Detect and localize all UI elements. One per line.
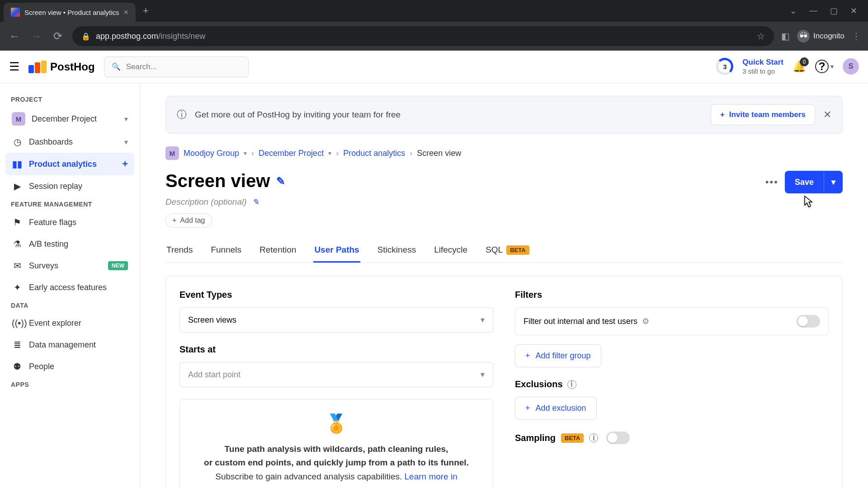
info-icon[interactable]: i	[567, 380, 576, 389]
project-badge: M	[12, 112, 25, 126]
sidebar-item-people[interactable]: ⚉People	[5, 356, 134, 377]
chrome-menu-icon[interactable]: ⋮	[852, 31, 861, 42]
browser-chrome: Screen view • Product analytics × + ⌄ — …	[0, 0, 868, 51]
reload-button[interactable]: ⟳	[51, 30, 65, 42]
edit-icon[interactable]: ✎	[276, 175, 285, 188]
logo-text: PostHog	[50, 61, 95, 73]
chevron-down-icon[interactable]: ▾	[824, 171, 843, 193]
insight-tabs: TrendsFunnelsRetentionUser PathsStickine…	[165, 239, 843, 263]
sidebar-item-icon: ⚑	[12, 217, 23, 228]
search-box[interactable]: 🔍	[104, 56, 249, 77]
breadcrumb-current: Screen view	[417, 149, 461, 158]
sidebar-item-surveys[interactable]: ✉SurveysNEW	[5, 255, 134, 277]
description-field[interactable]: Description (optional) ✎	[165, 197, 843, 207]
add-tag-button[interactable]: + Add tag	[165, 213, 212, 228]
invite-team-button[interactable]: + Invite team members	[711, 104, 815, 125]
hamburger-icon[interactable]: ☰	[9, 60, 19, 74]
sidebar-item-a-b-testing[interactable]: ⚗A/B testing	[5, 233, 134, 255]
sidebar-item-label: Feature flags	[29, 218, 76, 227]
sidebar-section-project: PROJECT	[5, 92, 134, 107]
address-bar-row: ← → ⟳ 🔒 app.posthog.com/insights/new ☆ ◧…	[0, 22, 868, 51]
tab-sql[interactable]: SQLBETA	[485, 239, 530, 263]
sidebar-item-session-replay[interactable]: ▶Session replay	[5, 175, 134, 197]
tab-lifecycle[interactable]: Lifecycle	[433, 239, 468, 263]
back-button[interactable]: ←	[7, 30, 22, 42]
incognito-indicator: 🕶 Incognito	[797, 30, 844, 42]
filters-label: Filters	[515, 290, 829, 300]
add-filter-group-button[interactable]: + Add filter group	[515, 344, 601, 367]
sidebar-item-label: Dashboards	[29, 137, 73, 147]
breadcrumb-project[interactable]: December Project	[259, 149, 324, 158]
learn-more-link[interactable]: Learn more in	[405, 472, 458, 481]
extensions-icon[interactable]: ◧	[781, 31, 790, 42]
incognito-icon: 🕶	[797, 30, 810, 42]
new-tab-button[interactable]: +	[143, 5, 149, 17]
close-icon[interactable]: ✕	[823, 109, 831, 121]
star-icon[interactable]: ☆	[757, 31, 765, 42]
logo[interactable]: PostHog	[28, 61, 95, 73]
sidebar-item-data-management[interactable]: ≣Data management	[5, 334, 134, 356]
sidebar-item-icon: ((•))	[12, 318, 23, 328]
sidebar-item-label: Surveys	[29, 261, 58, 271]
sampling-row: Sampling BETA i	[515, 432, 829, 444]
gear-icon[interactable]: ⚙	[642, 316, 649, 326]
tab-stickiness[interactable]: Stickiness	[377, 239, 417, 263]
tab-retention[interactable]: Retention	[259, 239, 297, 263]
chevron-down-icon[interactable]: ⌄	[790, 6, 797, 16]
more-button[interactable]: •••	[765, 176, 778, 188]
maximize-icon[interactable]: ▢	[830, 6, 838, 16]
sidebar-item-label: Data management	[29, 340, 96, 350]
sidebar-trail-icon[interactable]: +	[122, 158, 128, 170]
browser-tab[interactable]: Screen view • Product analytics ×	[4, 3, 136, 22]
chevron-down-icon[interactable]: ▾	[328, 150, 331, 157]
breadcrumb-section[interactable]: Product analytics	[343, 149, 405, 158]
sampling-toggle[interactable]	[606, 432, 630, 444]
sidebar-project-selector[interactable]: M December Project ▾	[5, 107, 134, 131]
sidebar-item-label: A/B testing	[29, 239, 68, 249]
quick-start[interactable]: Quick Start 3 still to go	[742, 58, 783, 75]
sidebar-item-product-analytics[interactable]: ▮▮Product analytics+	[5, 153, 134, 175]
event-types-select[interactable]: Screen views ▾	[179, 307, 493, 333]
avatar[interactable]: S	[843, 58, 859, 75]
tab-user-paths[interactable]: User Paths	[313, 239, 360, 263]
sidebar-item-feature-flags[interactable]: ⚑Feature flags	[5, 211, 134, 233]
config-panel: Event Types Screen views ▾ Starts at Add…	[165, 276, 843, 488]
save-button[interactable]: Save ▾	[785, 171, 843, 193]
progress-ring[interactable]: 3	[716, 58, 733, 75]
notifications-button[interactable]: 🔔 0	[793, 60, 806, 73]
event-types-label: Event Types	[179, 290, 493, 300]
sidebar-item-dashboards[interactable]: ◷Dashboards▾	[5, 131, 134, 153]
sidebar-item-label: Early access features	[29, 283, 107, 292]
close-window-icon[interactable]: ✕	[850, 6, 857, 16]
breadcrumb-org[interactable]: Moodjoy Group	[184, 149, 239, 158]
content: ⓘ Get more out of PostHog by inviting yo…	[140, 83, 868, 488]
sidebar-section-apps: APPS	[5, 377, 134, 392]
tab-funnels[interactable]: Funnels	[210, 239, 242, 263]
add-exclusion-button[interactable]: + Add exclusion	[515, 397, 597, 420]
address-bar[interactable]: 🔒 app.posthog.com/insights/new ☆	[72, 26, 774, 46]
help-button[interactable]: ?	[815, 60, 829, 73]
chevron-down-icon[interactable]: ▾	[244, 150, 247, 157]
close-icon[interactable]: ×	[124, 8, 129, 17]
sidebar-item-icon: ✦	[12, 282, 23, 293]
forward-button[interactable]: →	[29, 30, 43, 42]
info-icon[interactable]: i	[589, 433, 598, 442]
info-icon: ⓘ	[177, 108, 187, 122]
edit-icon[interactable]: ✎	[252, 197, 259, 207]
search-input[interactable]	[126, 62, 241, 71]
chevron-down-icon[interactable]: ▾	[830, 63, 834, 70]
url: app.posthog.com/insights/new	[96, 32, 205, 41]
sidebar-item-early-access-features[interactable]: ✦Early access features	[5, 277, 134, 298]
sidebar-project-name: December Project	[32, 114, 97, 124]
beta-badge: BETA	[506, 245, 529, 255]
starts-at-select[interactable]: Add start point ▾	[179, 362, 493, 387]
beta-badge: BETA	[561, 433, 584, 443]
tab-bar: Screen view • Product analytics × + ⌄ — …	[0, 0, 868, 22]
minimize-icon[interactable]: —	[809, 6, 817, 16]
medal-icon: 🏅	[195, 413, 477, 434]
sidebar-item-event-explorer[interactable]: ((•))Event explorer	[5, 313, 134, 334]
filter-internal-toggle[interactable]	[797, 315, 820, 328]
chevron-right-icon: ›	[336, 149, 339, 158]
tab-trends[interactable]: Trends	[165, 239, 193, 263]
plus-icon: +	[525, 404, 530, 413]
